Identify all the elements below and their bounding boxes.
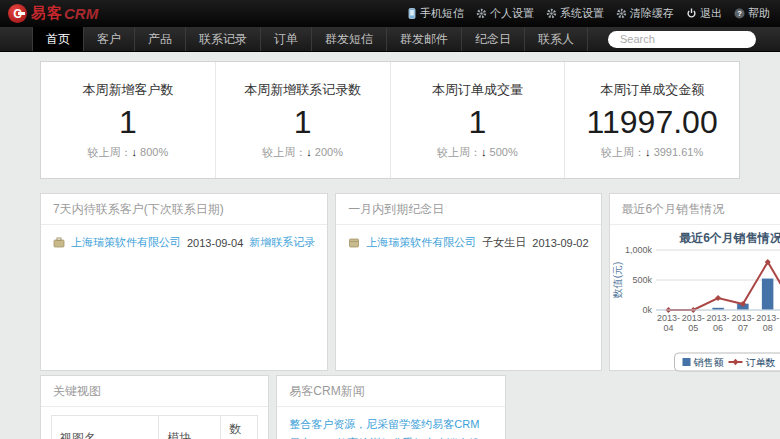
news-panel: 易客CRM新闻 整合客户资源，尼采留学签约易客CRM 易客CRM教育培训行业手机… xyxy=(276,375,505,439)
tab-customers[interactable]: 客户 xyxy=(84,27,135,51)
stat-compare: 较上周：↓ 3991.61% xyxy=(601,145,703,160)
power-icon xyxy=(686,8,697,19)
company-link[interactable]: 上海瑞策软件有限公司 xyxy=(366,235,476,250)
followup-panel: 7天内待联系客户(下次联系日期) 上海瑞策软件有限公司 2013-09-04 新… xyxy=(40,193,328,371)
svg-text:2013-: 2013- xyxy=(681,313,704,323)
svg-text:06: 06 xyxy=(713,323,723,333)
col-count: 数量 xyxy=(221,416,258,439)
col-view-name: 视图名 xyxy=(52,416,159,439)
svg-text:500k: 500k xyxy=(632,275,652,285)
logo-icon: C xyxy=(8,4,27,23)
stat-new-customers: 本周新增客户数 1 较上周：↓ 800% xyxy=(41,62,215,178)
stat-orders-closed: 本周订单成交量 1 较上周：↓ 500% xyxy=(390,62,565,178)
tab-bulk-sms[interactable]: 群发短信 xyxy=(312,27,387,51)
utility-sms-label: 手机短信 xyxy=(420,6,464,21)
company-icon xyxy=(53,237,65,248)
stat-order-amount: 本周订单成交金额 11997.00 较上周：↓ 3991.61% xyxy=(564,62,739,178)
utility-system-settings[interactable]: 系统设置 xyxy=(546,6,604,21)
list-item: 上海瑞策软件有限公司 子女生日 2013-09-02 xyxy=(348,235,588,250)
col-module: 模块 xyxy=(159,416,221,439)
table-header-row: 视图名 模块 数量 xyxy=(52,416,258,439)
stat-label: 本周订单成交金额 xyxy=(600,81,704,99)
empty-area xyxy=(513,375,740,439)
panel-title: 易客CRM新闻 xyxy=(277,376,504,407)
news-link[interactable]: 整合客户资源，尼采留学签约易客CRM xyxy=(289,417,492,431)
search-box xyxy=(608,31,756,48)
followup-list: 上海瑞策软件有限公司 2013-09-04 新增联系记录 xyxy=(41,225,327,260)
gear-icon xyxy=(546,8,557,19)
stat-compare: 较上周：↓ 200% xyxy=(262,145,343,160)
key-views-body: 视图名 模块 数量 潜在客户 客户 3 xyxy=(41,407,268,439)
svg-text:2013-: 2013- xyxy=(656,313,679,323)
svg-text:数值(元): 数值(元) xyxy=(612,262,623,300)
page: { "header": { "logo_cn": "易客", "logo_en"… xyxy=(0,0,780,439)
news-list: 整合客户资源，尼采留学签约易客CRM 易客CRM教育培训行业手机客户端上线了 易… xyxy=(277,407,504,439)
svg-text:2013-: 2013- xyxy=(706,313,729,323)
svg-text:订单数: 订单数 xyxy=(745,357,775,368)
utility-menu: 手机短信 个人设置 系统设置 清除缓存 退出 ? 帮助 xyxy=(407,6,770,21)
utility-logout-label: 退出 xyxy=(700,6,722,21)
logo-text-en: CRM xyxy=(64,5,98,22)
utility-personal-settings-label: 个人设置 xyxy=(490,6,534,21)
utility-clear-cache[interactable]: 清除缓存 xyxy=(616,6,674,21)
mobile-icon xyxy=(407,8,417,19)
utility-help[interactable]: ? 帮助 xyxy=(734,6,770,21)
utility-help-label: 帮助 xyxy=(748,6,770,21)
tab-bulk-email[interactable]: 群发邮件 xyxy=(387,27,462,51)
stat-compare: 较上周：↓ 500% xyxy=(437,145,518,160)
list-item: 上海瑞策软件有限公司 2013-09-04 新增联系记录 xyxy=(53,235,315,250)
svg-text:2013-: 2013- xyxy=(756,313,779,323)
tab-products[interactable]: 产品 xyxy=(135,27,186,51)
main-nav: 首页 客户 产品 联系记录 订单 群发短信 群发邮件 纪念日 联系人 xyxy=(0,27,780,52)
svg-text:08: 08 xyxy=(762,323,772,333)
sales-chart-panel: 最近6个月销售情况 0k500k1,000k05102013-042013-05… xyxy=(609,193,780,371)
dashboard: 本周新增客户数 1 较上周：↓ 800% 本周新增联系记录数 1 较上周：↓ 2… xyxy=(0,52,780,439)
svg-text:最近6个月销售情况: 最近6个月销售情况 xyxy=(679,231,780,245)
anniversary-type: 子女生日 xyxy=(482,235,526,250)
utility-logout[interactable]: 退出 xyxy=(686,6,722,21)
utility-sms[interactable]: 手机短信 xyxy=(407,6,464,21)
utility-clear-cache-label: 清除缓存 xyxy=(630,6,674,21)
stat-value: 11997.00 xyxy=(587,106,718,138)
sales-chart: 0k500k1,000k05102013-042013-052013-06201… xyxy=(610,225,780,379)
sales-chart-svg: 0k500k1,000k05102013-042013-052013-06201… xyxy=(611,228,780,376)
add-contact-record-link[interactable]: 新增联系记录 xyxy=(249,235,315,250)
down-arrow-icon: ↓ xyxy=(132,146,138,158)
svg-text:销售额: 销售额 xyxy=(692,357,723,368)
svg-text:1,000k: 1,000k xyxy=(625,245,653,255)
tab-contacts[interactable]: 联系人 xyxy=(525,27,588,51)
weekly-stats-card: 本周新增客户数 1 较上周：↓ 800% 本周新增联系记录数 1 较上周：↓ 2… xyxy=(40,61,740,179)
company-link[interactable]: 上海瑞策软件有限公司 xyxy=(71,235,181,250)
utility-personal-settings[interactable]: 个人设置 xyxy=(476,6,534,21)
stat-new-contact-records: 本周新增联系记录数 1 较上周：↓ 200% xyxy=(215,62,390,178)
key-views-panel: 关键视图 视图名 模块 数量 潜在客户 客户 3 xyxy=(40,375,269,439)
stat-value: 1 xyxy=(294,106,312,138)
panel-title: 最近6个月销售情况 xyxy=(610,194,780,225)
tab-contact-records[interactable]: 联系记录 xyxy=(186,27,261,51)
middle-row: 7天内待联系客户(下次联系日期) 上海瑞策软件有限公司 2013-09-04 新… xyxy=(40,193,740,371)
tab-home[interactable]: 首页 xyxy=(32,27,84,51)
search-input[interactable] xyxy=(608,31,756,48)
bottom-row: 关键视图 视图名 模块 数量 潜在客户 客户 3 xyxy=(40,375,740,439)
stat-label: 本周新增联系记录数 xyxy=(244,81,361,99)
app-logo[interactable]: C 易客 CRM xyxy=(8,4,98,23)
svg-text:04: 04 xyxy=(663,323,673,333)
panel-title: 一月内到期纪念日 xyxy=(336,194,600,225)
gear-icon xyxy=(476,8,487,19)
panel-title: 关键视图 xyxy=(41,376,268,407)
key-views-table: 视图名 模块 数量 潜在客户 客户 3 xyxy=(51,415,258,439)
anniversary-date: 2013-09-02 xyxy=(532,237,588,249)
stat-label: 本周新增客户数 xyxy=(82,81,173,99)
followup-date: 2013-09-04 xyxy=(187,237,243,249)
svg-text:0k: 0k xyxy=(642,305,652,315)
stat-value: 1 xyxy=(119,106,137,138)
stat-value: 1 xyxy=(468,106,486,138)
tab-anniversaries[interactable]: 纪念日 xyxy=(462,27,525,51)
down-arrow-icon: ↓ xyxy=(645,146,651,158)
svg-text:?: ? xyxy=(737,9,742,18)
help-icon: ? xyxy=(734,8,745,19)
tab-orders[interactable]: 订单 xyxy=(261,27,312,51)
stat-compare: 较上周：↓ 800% xyxy=(88,145,169,160)
down-arrow-icon: ↓ xyxy=(481,146,487,158)
down-arrow-icon: ↓ xyxy=(306,146,312,158)
